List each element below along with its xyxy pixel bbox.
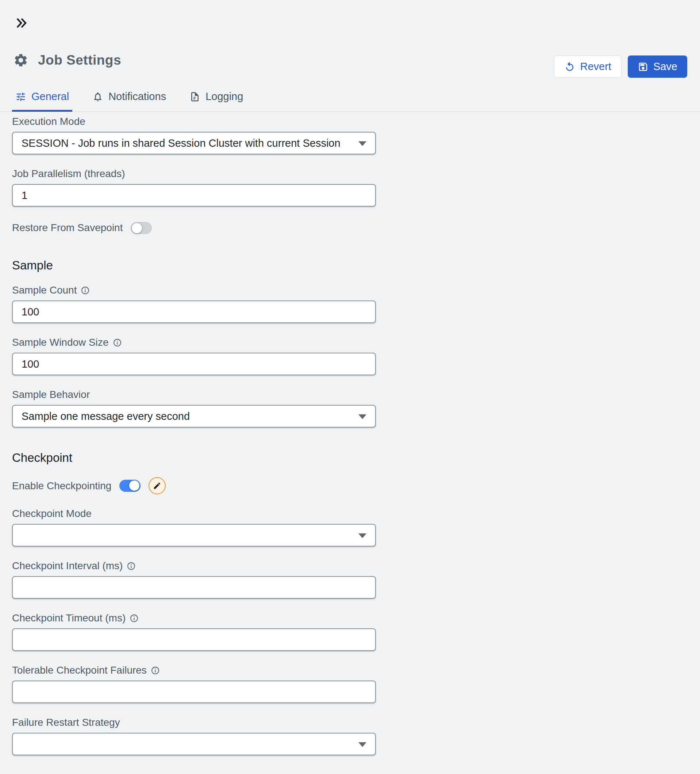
field-execution-mode: Execution Mode SESSION - Job runs in sha… [12,116,376,154]
field-checkpoint-timeout: Checkpoint Timeout (ms) [12,613,376,651]
field-restore-from-savepoint: Restore From Savepoint [12,220,376,235]
sample-window-size-label-text: Sample Window Size [12,337,109,348]
checkpoint-interval-input[interactable] [13,577,375,598]
checkpoint-mode-select[interactable] [12,524,376,547]
sample-window-size-input[interactable] [13,354,375,375]
checkpoint-timeout-input[interactable] [13,629,375,650]
execution-mode-select[interactable]: SESSION - Job runs in shared Session Clu… [12,132,376,154]
info-icon[interactable] [113,338,122,347]
info-icon[interactable] [151,666,160,675]
sample-section-title: Sample [12,258,376,272]
edit-checkpointing-button[interactable] [149,477,166,495]
sample-count-label: Sample Count [12,285,376,296]
chevron-down-icon [358,141,367,146]
double-chevron-right-icon [15,16,28,30]
field-checkpoint-interval: Checkpoint Interval (ms) [12,561,376,599]
info-icon[interactable] [81,286,90,295]
field-sample-count: Sample Count [12,285,376,323]
job-parallelism-input[interactable] [13,185,375,206]
sidebar-collapse-button[interactable] [15,16,28,30]
field-failure-restart-strategy: Failure Restart Strategy [12,717,376,756]
save-button[interactable]: Save [628,56,687,78]
sample-behavior-label: Sample Behavior [12,389,376,400]
checkpoint-timeout-label-text: Checkpoint Timeout (ms) [12,612,125,624]
sliders-icon [15,91,26,102]
field-sample-behavior: Sample Behavior Sample one message every… [12,389,376,428]
page-header: Job Settings [13,53,121,68]
restore-from-savepoint-label: Restore From Savepoint [12,222,123,233]
field-sample-window-size: Sample Window Size [12,337,376,375]
field-checkpoint-mode: Checkpoint Mode [12,508,376,547]
enable-checkpointing-label: Enable Checkpointing [12,480,111,491]
execution-mode-label: Execution Mode [12,116,376,127]
checkpoint-mode-label: Checkpoint Mode [12,508,376,519]
info-icon[interactable] [130,614,139,623]
sample-count-field [12,301,376,323]
sample-behavior-value: Sample one message every second [13,410,212,422]
tab-general-label: General [31,91,69,103]
svg-text:#: # [193,96,196,101]
tolerable-checkpoint-failures-field [12,681,376,703]
info-icon[interactable] [127,562,136,571]
tolerable-checkpoint-failures-input[interactable] [13,681,375,703]
save-button-label: Save [653,61,677,73]
revert-button-label: Revert [580,61,611,73]
failure-restart-strategy-select[interactable] [12,733,376,756]
job-parallelism-field [12,184,376,207]
execution-mode-value: SESSION - Job runs in shared Session Clu… [13,137,362,149]
header-actions: Revert Save [554,56,687,78]
field-enable-checkpointing: Enable Checkpointing [12,477,376,495]
checkpoint-interval-label-text: Checkpoint Interval (ms) [12,560,123,572]
general-tab-panel: Execution Mode SESSION - Job runs in sha… [12,116,376,769]
tab-general[interactable]: General [12,91,72,112]
failure-restart-strategy-label: Failure Restart Strategy [12,717,376,728]
checkpoint-timeout-label: Checkpoint Timeout (ms) [12,613,376,624]
restore-from-savepoint-toggle[interactable] [130,222,152,234]
revert-button[interactable]: Revert [554,56,621,78]
gear-icon [13,53,28,68]
sample-count-label-text: Sample Count [12,284,77,296]
tab-logging[interactable]: # Logging [186,91,246,112]
log-file-icon: # [190,91,200,102]
sample-behavior-select[interactable]: Sample one message every second [12,405,376,428]
sample-window-size-field [12,353,376,375]
tab-bar: General Notifications # Logging [0,91,700,112]
checkpoint-interval-label: Checkpoint Interval (ms) [12,561,376,571]
field-tolerable-checkpoint-failures: Tolerable Checkpoint Failures [12,665,376,703]
toggle-knob [132,223,142,233]
chevron-down-icon [358,742,367,747]
checkpoint-section-title: Checkpoint [12,451,376,465]
checkpoint-timeout-field [12,628,376,651]
chevron-down-icon [358,533,367,538]
chevron-down-icon [358,414,367,419]
sample-window-size-label: Sample Window Size [12,337,376,348]
floppy-disk-icon [637,61,649,72]
pencil-icon [153,481,161,490]
sample-count-input[interactable] [13,301,375,322]
enable-checkpointing-toggle[interactable] [119,480,140,492]
undo-icon [564,61,575,72]
tolerable-checkpoint-failures-label: Tolerable Checkpoint Failures [12,665,376,676]
toggle-knob [129,480,139,491]
page-title: Job Settings [38,53,121,68]
job-parallelism-label: Job Parallelism (threads) [12,168,376,179]
checkpoint-interval-field [12,576,376,599]
tolerable-checkpoint-failures-label-text: Tolerable Checkpoint Failures [12,665,147,676]
tab-notifications[interactable]: Notifications [89,91,169,112]
tab-notifications-label: Notifications [108,91,166,103]
tab-logging-label: Logging [205,91,243,103]
bell-icon [92,91,103,102]
field-job-parallelism: Job Parallelism (threads) [12,168,376,207]
